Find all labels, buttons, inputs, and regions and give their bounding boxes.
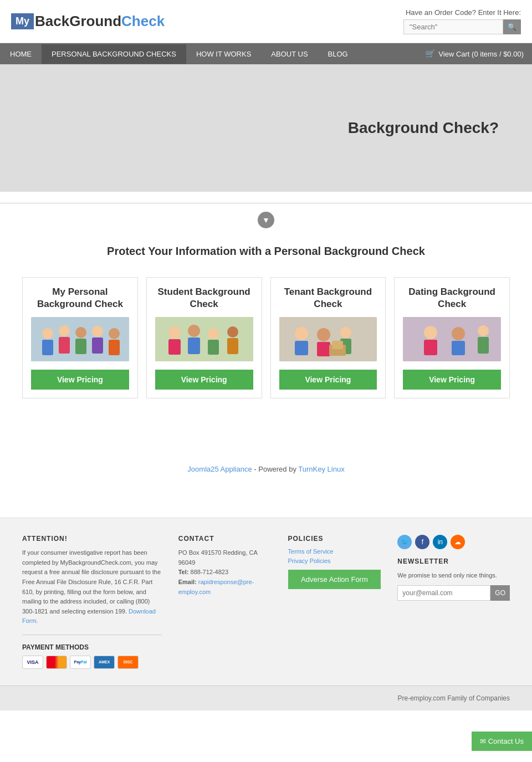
powered-by-turnkey[interactable]: TurnKey Linux — [298, 465, 344, 473]
svg-point-9 — [109, 328, 120, 339]
footer-attention-col: ATTENTION! If your consumer investigativ… — [22, 535, 162, 669]
very-bottom: Pre-employ.com Family of Companies — [0, 686, 532, 710]
svg-rect-10 — [109, 340, 120, 355]
header-right: Have an Order Code? Enter It Here: 🔍 — [403, 8, 521, 34]
svg-point-25 — [340, 327, 351, 338]
privacy-policies-link[interactable]: Privacy Policies — [288, 558, 381, 564]
svg-rect-24 — [317, 342, 330, 356]
svg-rect-2 — [42, 340, 53, 355]
svg-rect-35 — [478, 337, 489, 354]
visa-icon: VISA — [22, 656, 43, 669]
svg-point-18 — [227, 326, 238, 337]
logo-brand: BackGroundCheck — [35, 13, 165, 30]
card-image-4 — [403, 317, 501, 361]
attention-text: If your consumer investigative report ha… — [22, 548, 162, 626]
svg-point-5 — [75, 327, 86, 338]
footer-policies-col: POLICIES Terms of Service Privacy Polici… — [288, 535, 381, 669]
people-image-2 — [155, 317, 253, 361]
discover-icon: DISC — [117, 656, 139, 669]
svg-rect-31 — [424, 340, 437, 355]
svg-point-30 — [424, 326, 437, 339]
policies-heading: POLICIES — [288, 535, 381, 543]
svg-point-7 — [92, 326, 103, 337]
search-button[interactable]: 🔍 — [503, 19, 521, 34]
footer-contact-col: CONTACT PO Box 491570 Redding, CA 96049 … — [178, 535, 272, 669]
footer-newsletter-col: 🐦 f in ☁ NEWSLETTER We promise to send o… — [397, 535, 510, 669]
view-pricing-btn-4[interactable]: View Pricing — [403, 370, 501, 390]
powered-by-text: - Powered by — [254, 465, 298, 473]
social-icons: 🐦 f in ☁ — [397, 535, 510, 549]
hero-text: Background Check? — [348, 119, 499, 137]
card-image-1 — [31, 317, 129, 361]
svg-point-12 — [168, 326, 181, 339]
svg-point-34 — [478, 325, 489, 336]
nav-left: HOME PERSONAL BACKGROUND CHECKS HOW IT W… — [0, 44, 358, 64]
terms-of-service-link[interactable]: Terms of Service — [288, 548, 381, 555]
svg-point-3 — [59, 325, 70, 336]
people-image-3 — [279, 317, 377, 361]
payment-heading: PAYMENT METHODS — [22, 643, 162, 651]
nav-personal-bg-checks[interactable]: PERSONAL BACKGROUND CHECKS — [42, 44, 186, 64]
amex-icon: AMEX — [94, 656, 115, 669]
svg-rect-6 — [75, 339, 86, 354]
people-image-4 — [403, 317, 501, 361]
people-image-1 — [31, 317, 129, 361]
facebook-icon[interactable]: f — [415, 535, 429, 549]
card-title-2: Student Background Check — [155, 286, 253, 310]
view-pricing-btn-3[interactable]: View Pricing — [279, 370, 377, 390]
svg-rect-4 — [59, 337, 70, 354]
svg-rect-15 — [188, 337, 200, 354]
card-title-1: My Personal Background Check — [31, 286, 129, 310]
payment-icons: VISA PayPal AMEX DISC — [22, 656, 162, 669]
svg-point-23 — [317, 328, 330, 341]
powered-by-joomla[interactable]: Joomla25 Appliance — [187, 465, 252, 473]
svg-rect-17 — [208, 340, 219, 355]
hero: Background Check? — [0, 64, 532, 192]
mastercard-icon — [46, 656, 67, 669]
nav: HOME PERSONAL BACKGROUND CHECKS HOW IT W… — [0, 43, 532, 64]
svg-rect-28 — [332, 341, 343, 349]
newsletter-heading: NEWSLETTER — [397, 558, 510, 565]
card-image-3 — [279, 317, 377, 361]
cart-label: View Cart (0 items / $0.00) — [438, 50, 524, 58]
attention-heading: ATTENTION! — [22, 535, 162, 543]
search-bar: 🔍 — [403, 19, 521, 34]
order-code-label: Have an Order Code? Enter It Here: — [403, 8, 521, 17]
svg-point-1 — [42, 328, 53, 339]
view-pricing-btn-1[interactable]: View Pricing — [31, 370, 129, 390]
svg-point-21 — [295, 327, 308, 340]
footer: ATTENTION! If your consumer investigativ… — [0, 518, 532, 686]
cart-icon: 🛒 — [425, 49, 436, 59]
header: My BackGroundCheck Have an Order Code? E… — [0, 0, 532, 43]
svg-rect-22 — [295, 341, 308, 355]
rss-icon[interactable]: ☁ — [451, 535, 465, 549]
nav-home[interactable]: HOME — [0, 44, 42, 64]
card-image-2 — [155, 317, 253, 361]
contact-heading: CONTACT — [178, 535, 272, 543]
svg-rect-13 — [168, 339, 181, 355]
cart-area[interactable]: 🛒 View Cart (0 items / $0.00) — [417, 43, 532, 64]
svg-point-32 — [452, 327, 465, 340]
contact-info: PO Box 491570 Redding, CA 96049 Tel: 888… — [178, 548, 272, 597]
section-title: Protect Your Information with a Personal… — [22, 239, 510, 263]
adverse-action-btn[interactable]: Adverse Action Form — [288, 570, 381, 589]
nav-how-it-works[interactable]: HOW IT WORKS — [186, 44, 261, 64]
svg-rect-11 — [155, 317, 253, 361]
newsletter-email-input[interactable] — [397, 585, 490, 601]
powered-by: Joomla25 Appliance - Powered by TurnKey … — [0, 454, 532, 484]
view-pricing-btn-2[interactable]: View Pricing — [155, 370, 253, 390]
linkedin-icon[interactable]: in — [433, 535, 447, 549]
logo: My BackGroundCheck — [11, 13, 165, 30]
newsletter-form: GO — [397, 585, 510, 601]
newsletter-submit-btn[interactable]: GO — [490, 585, 510, 601]
nav-blog[interactable]: BLOG — [318, 44, 358, 64]
svg-point-16 — [208, 328, 219, 339]
down-arrow-icon: ▼ — [258, 212, 274, 228]
policies-links: Terms of Service Privacy Policies — [288, 548, 381, 564]
nav-about-us[interactable]: ABOUT US — [261, 44, 318, 64]
footer-grid: ATTENTION! If your consumer investigativ… — [22, 535, 510, 669]
search-input[interactable] — [403, 19, 503, 34]
card-student: Student Background Check — [146, 277, 262, 398]
twitter-icon[interactable]: 🐦 — [397, 535, 412, 549]
svg-rect-8 — [92, 337, 103, 354]
